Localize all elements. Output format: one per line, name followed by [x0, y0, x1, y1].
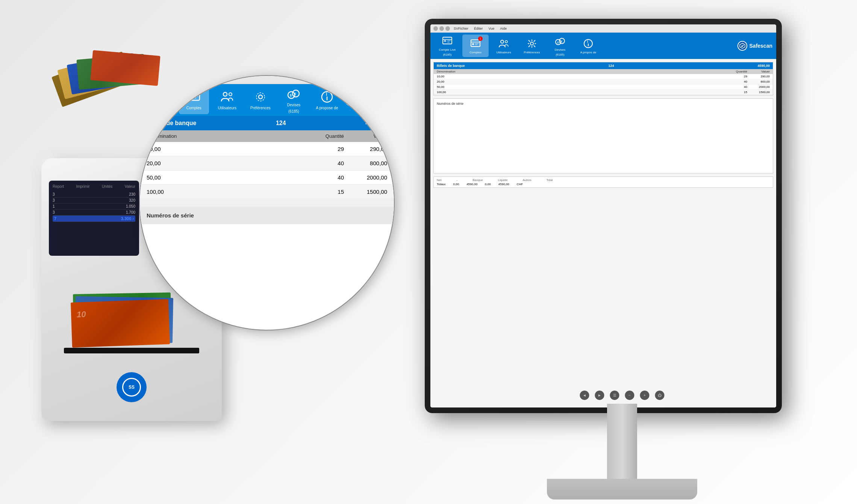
zoom-row2-val: 800,00: [350, 160, 387, 166]
menu-aide[interactable]: Aide: [500, 27, 507, 30]
svg-point-11: [505, 41, 507, 43]
footer-currency: CHF: [517, 183, 523, 186]
app-title-text: SV: [454, 27, 458, 30]
toolbar-item-utilisateurs[interactable]: Utilisateurs: [491, 35, 517, 57]
screen-col-report: Report: [53, 184, 64, 189]
toolbar-label-utilisateurs: Utilisateurs: [496, 51, 511, 54]
app-title-bar: SV Fichier Éditer Vue Aide: [430, 24, 776, 33]
zoom-menu-editer[interactable]: Éditer: [145, 78, 156, 82]
menu-editer[interactable]: Éditer: [474, 27, 483, 30]
svg-rect-24: [160, 95, 164, 96]
toolbar-label-devises-count: (6185): [556, 53, 564, 56]
footer-col-headers: Net - Banque Liquide Autres Total: [437, 178, 770, 182]
zoom-label-preferences: Préférences: [250, 106, 271, 110]
footer-col-total: Total: [547, 178, 553, 182]
zoom-col-qty: Quantité: [316, 133, 350, 139]
toolbar-item-devises[interactable]: $ € Devises (6185): [547, 35, 573, 57]
zoom-table-row: 10,00 29 290,00: [140, 142, 394, 156]
compte-live-icon: [442, 35, 453, 47]
table-row: 10,00 29 290,00: [434, 74, 773, 79]
toolbar-item-comptes[interactable]: 1 Comptes: [462, 35, 489, 57]
footer-col-autres: Autres: [523, 178, 531, 182]
svg-text:i: i: [587, 39, 588, 44]
zoom-row2-qty: 40: [316, 160, 350, 166]
safescan-text: Safescan: [749, 43, 772, 49]
svg-point-10: [501, 40, 504, 43]
screen-row-5-active: 7 3.300 ›: [53, 216, 135, 222]
comptes-icon: 1: [470, 38, 481, 49]
title-bar-controls: [433, 26, 450, 31]
zoom-menu-vue[interactable]: Vue: [166, 78, 173, 82]
zoom-table-row: 50,00 40 2000,00: [140, 171, 394, 185]
footer-totaux: Net - Banque Liquide Autres Total Totaux…: [433, 177, 773, 188]
table-row: 20,00 40 800,00: [434, 79, 773, 85]
serie-label: Numéros de série: [437, 102, 463, 106]
zoom-row4-val: 1500,00: [350, 189, 387, 195]
app-window: SV Fichier Éditer Vue Aide: [430, 24, 776, 407]
screen-row-4: 3 1.700: [53, 210, 135, 216]
col-header-quantite: Quantité: [725, 70, 747, 73]
zoom-menu-aide[interactable]: Aide: [182, 78, 191, 82]
monitor-btn-1[interactable]: ◄: [580, 391, 589, 400]
svg-rect-22: [156, 93, 159, 95]
toolbar-item-preferences[interactable]: Préférences: [519, 35, 545, 57]
billets-label: Billets de banque: [437, 64, 465, 68]
zoom-row2-denom: 20,00: [147, 160, 316, 166]
svg-rect-5: [471, 40, 480, 47]
toolbar-label-preferences: Préférences: [524, 51, 540, 54]
monitor-btn-plus[interactable]: +: [640, 391, 650, 400]
zoom-utilisateurs-icon: [220, 90, 234, 104]
screen-col-imprimir: Imprimir: [76, 184, 89, 189]
safescan-brand: Safescan: [737, 41, 772, 51]
toolbar-item-apropos[interactable]: i A propos de: [575, 35, 601, 57]
menu-fichier[interactable]: Fichier: [458, 27, 468, 30]
zoom-col-denom: Dénomination: [147, 133, 316, 139]
row1-quantite: 29: [725, 75, 747, 78]
zoom-preferences-icon: [254, 90, 267, 104]
row2-quantite: 40: [725, 80, 747, 83]
zoom-toolbar-comptes[interactable]: 1 Comptes: [179, 86, 209, 114]
footer-totaux-row: Totaux 0,00 4590,00 0,00 4590,00 CHF: [437, 183, 770, 186]
toolbar-item-compte-live[interactable]: Compte Live (6185): [434, 35, 460, 57]
zoom-safescan-brand: Safescan: [345, 94, 388, 106]
zoom-menubar: Éditer Vue Aide: [140, 76, 394, 84]
svg-point-33: [256, 93, 265, 101]
footer-col-dash: -: [456, 178, 457, 182]
monitor-btn-minus[interactable]: −: [625, 391, 634, 400]
toolbar-label-compte-live: Compte Live: [439, 48, 456, 51]
zoom-billets-label: Billets de banque: [147, 120, 196, 127]
screen-col-valeur: Valeur: [125, 184, 135, 189]
tb-close[interactable]: [433, 26, 438, 31]
magnify-content: Éditer Vue Aide Compte Live (6185): [140, 76, 394, 330]
zoom-col-headers: Dénomination Quantité Valuer: [140, 130, 394, 142]
monitor-btn-menu[interactable]: ☰: [610, 391, 619, 400]
app-menu-bar: Fichier Éditer Vue Aide: [458, 27, 507, 30]
zoom-billets-value: 4590,00: [365, 120, 387, 127]
footer-col-net: Net: [437, 178, 441, 182]
row4-quantite: 15: [725, 91, 747, 94]
zoom-table-row: 100,00 15 1500,00: [140, 185, 394, 199]
zoom-toolbar-compte-live[interactable]: Compte Live (6185): [145, 86, 176, 114]
machine-logo-inner: SS: [122, 378, 141, 397]
row4-denomination: 100,00: [437, 91, 725, 94]
tb-maximize[interactable]: [445, 26, 450, 31]
row4-valeur: 1500,00: [747, 91, 770, 94]
monitor-container: SV Fichier Éditer Vue Aide: [425, 19, 819, 499]
main-content-area: Billets de banque 124 4590,00 Dénominati…: [430, 59, 776, 407]
monitor-btn-power[interactable]: ⏻: [655, 391, 665, 400]
serie-section: Numéros de série: [433, 98, 773, 174]
zoom-toolbar-apropos[interactable]: i A propose de: [312, 86, 342, 114]
monitor-btn-2[interactable]: ►: [595, 391, 604, 400]
tb-minimize[interactable]: [439, 26, 444, 31]
zoom-toolbar-utilisateurs[interactable]: Utilisateurs: [212, 86, 242, 114]
zoom-toolbar-devises[interactable]: $ € Devises (6185): [279, 86, 309, 114]
monitor-screen: SV Fichier Éditer Vue Aide: [430, 24, 776, 407]
menu-vue[interactable]: Vue: [489, 27, 495, 30]
row3-valeur: 2000,00: [747, 85, 770, 89]
monitor-hardware-buttons: ◄ ► ☰ − + ⏻: [580, 391, 665, 400]
monitor-stand-neck: [607, 404, 637, 479]
zoom-toolbar-preferences[interactable]: Préférences: [245, 86, 276, 114]
toolbar-label-compte-live-count: (6185): [443, 53, 451, 56]
zoom-col-val: Valuer: [350, 133, 387, 139]
col-header-valeur: Valuer: [747, 70, 770, 73]
